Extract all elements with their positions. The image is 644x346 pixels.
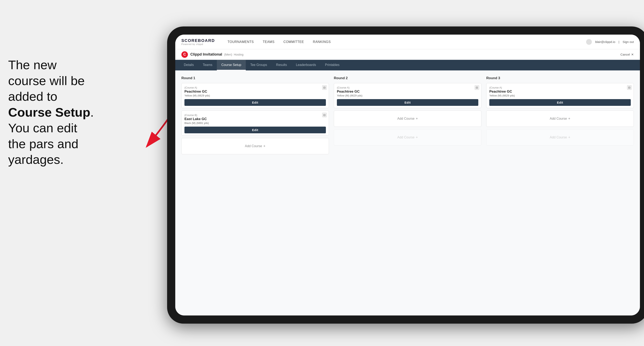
tab-results[interactable]: Results [272,60,292,70]
round-3-add-course-1[interactable]: Add Course + [486,111,634,127]
round-1-add-course-1[interactable]: Add Course + [182,138,329,154]
round-3-course-a-name: Peachtree GC [489,90,631,94]
nav-link-teams[interactable]: TEAMS [258,38,279,45]
main-content: Round 1 ⊟ (Course A) Peachtree GC Yellow… [175,70,640,316]
round-3-course-a-label: (Course A) [489,86,631,89]
top-navigation: SCOREBOARD Powered by clippd TOURNAMENTS… [175,35,640,49]
round-1-course-b-name: East Lake GC [184,117,326,121]
round-3-course-a-card: ⊟ (Course A) Peachtree GC Yellow (M) (66… [486,83,634,108]
tournament-meta: (Men) [224,53,232,56]
round-1-course-a-tee: Yellow (M) (6629 yds) [184,94,326,97]
nav-link-rankings[interactable]: RANKINGS [308,38,335,45]
tournament-logo: C [182,51,188,58]
tab-leaderboards[interactable]: Leaderboards [292,60,320,70]
round-2-add-course-1[interactable]: Add Course + [334,111,481,127]
round-3-course-a-tee: Yellow (M) (6629 yds) [489,94,631,97]
rounds-grid: Round 1 ⊟ (Course A) Peachtree GC Yellow… [182,76,634,157]
annotation-left: The new course will be added to Course S… [8,57,147,168]
round-3-add-course-2: Add Course + [486,129,634,146]
cancel-icon: ✕ [631,53,634,56]
round-1-course-b-edit-button[interactable]: Edit [184,127,326,133]
round-2-column: Round 2 ⊟ (Course A) Peachtree GC Yellow… [334,76,481,157]
brand-title: SCOREBOARD [182,38,215,43]
nav-link-committee[interactable]: COMMITTEE [279,38,308,45]
round-3-add-course-1-label: Add Course [550,117,567,121]
sub-tabs-bar: Details Teams Course Setup Tee Groups Re… [175,60,640,70]
round-3-label: Round 3 [486,76,634,80]
tournament-status: Hosting [234,53,243,56]
round-3-column: Round 3 ⊟ (Course A) Peachtree GC Yellow… [486,76,634,157]
round-2-course-a-tee: Yellow (M) (6629 yds) [337,94,478,97]
tablet-device: SCOREBOARD Powered by clippd TOURNAMENTS… [167,26,644,324]
main-nav: TOURNAMENTS TEAMS COMMITTEE RANKINGS [223,38,586,45]
round-2-add-course-2: Add Course + [334,129,481,146]
round-1-column: Round 1 ⊟ (Course A) Peachtree GC Yellow… [182,76,329,157]
tab-teams[interactable]: Teams [198,60,217,70]
tournament-name: Clippd Invitational [190,52,222,57]
round-2-add-course-1-plus: + [416,117,418,121]
round-1-label: Round 1 [182,76,329,80]
round-1-course-b-tee: Black (M) (6891 yds) [184,122,326,125]
round-1-course-a-edit-button[interactable]: Edit [184,99,326,106]
tab-printables[interactable]: Printables [320,60,344,70]
tab-tee-groups[interactable]: Tee Groups [246,60,272,70]
round-2-course-a-edit-button[interactable]: Edit [337,99,478,106]
round-1-course-b-card: ⊟ (Course B) East Lake GC Black (M) (689… [182,111,329,136]
nav-right-section: blair@clippd.io | Sign out [586,39,634,45]
round-1-add-course-1-label: Add Course [245,144,262,148]
round-2-course-a-label: (Course A) [337,86,478,89]
round-1-course-b-label: (Course B) [184,114,326,117]
round-1-course-a-label: (Course A) [184,86,326,89]
round-3-course-a-delete[interactable]: ⊟ [627,85,632,90]
round-2-course-a-name: Peachtree GC [337,90,478,94]
round-3-add-course-2-label: Add Course [550,136,567,139]
round-1-course-a-delete[interactable]: ⊟ [322,85,327,90]
round-1-course-b-delete[interactable]: ⊟ [322,113,327,117]
user-email: blair@clippd.io [595,40,615,43]
round-2-add-course-1-label: Add Course [397,117,414,121]
tab-details[interactable]: Details [179,60,198,70]
round-2-course-a-delete[interactable]: ⊟ [475,85,479,90]
round-2-course-a-card: ⊟ (Course A) Peachtree GC Yellow (M) (66… [334,83,481,108]
tab-course-setup[interactable]: Course Setup [217,60,246,70]
cancel-label: Cancel [620,53,630,56]
brand-logo: SCOREBOARD Powered by clippd [182,38,215,45]
user-avatar [586,39,592,45]
cancel-button[interactable]: Cancel ✕ [620,53,634,56]
sign-out-link[interactable]: Sign out [622,40,634,43]
round-2-add-course-2-label: Add Course [397,136,414,139]
nav-link-tournaments[interactable]: TOURNAMENTS [223,38,258,45]
brand-subtitle: Powered by clippd [182,43,215,45]
round-3-add-course-2-plus: + [568,135,570,140]
round-2-label: Round 2 [334,76,481,80]
tournament-bar: C Clippd Invitational (Men) Hosting Canc… [175,49,640,60]
round-1-course-a-name: Peachtree GC [184,90,326,94]
nav-separator: | [618,40,619,43]
round-1-course-a-card: ⊟ (Course A) Peachtree GC Yellow (M) (66… [182,83,329,108]
round-3-course-a-edit-button[interactable]: Edit [489,99,631,106]
round-2-add-course-2-plus: + [416,135,418,140]
round-1-add-course-1-plus: + [263,144,266,148]
round-3-add-course-1-plus: + [568,117,570,121]
tablet-screen: SCOREBOARD Powered by clippd TOURNAMENTS… [175,35,640,316]
